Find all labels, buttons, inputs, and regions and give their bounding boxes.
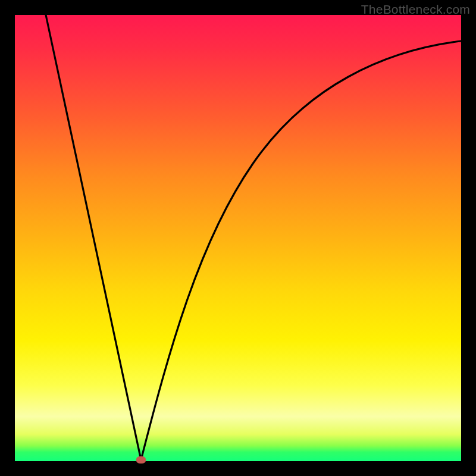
chart-frame: TheBottleneck.com [0, 0, 476, 476]
curve-left-branch [46, 15, 141, 460]
curve-right-branch [141, 41, 461, 460]
watermark-text: TheBottleneck.com [361, 2, 470, 17]
plot-area [15, 15, 461, 461]
bottleneck-curve [15, 15, 461, 461]
optimal-point-marker [136, 456, 146, 464]
